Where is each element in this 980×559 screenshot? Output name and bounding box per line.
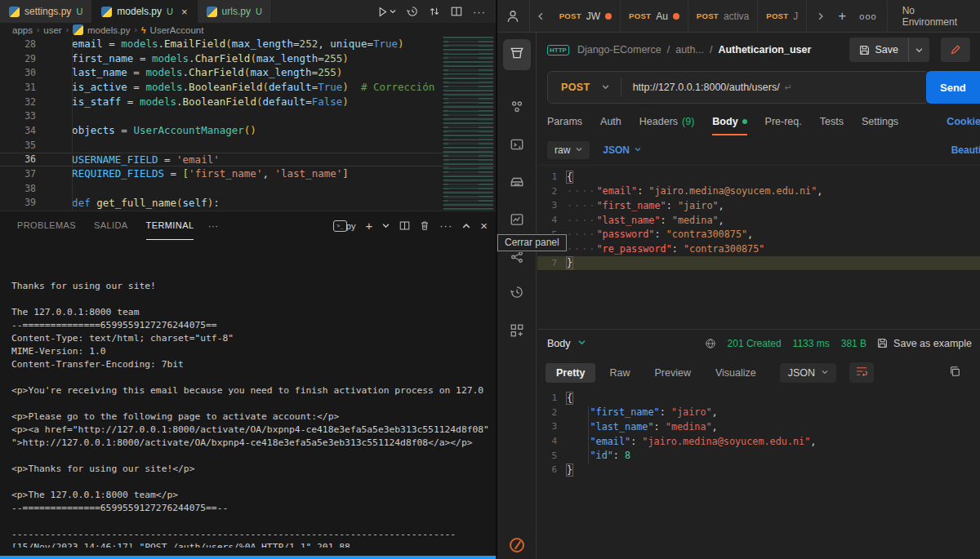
chevron-down-icon[interactable]: [602, 83, 621, 92]
breadcrumb-useraccount[interactable]: UserAccount: [150, 25, 204, 35]
json-line[interactable]: 4 "email": "jairo.medina@soyucem.edu.ni"…: [537, 434, 980, 449]
more-actions-button[interactable]: ···: [473, 6, 486, 18]
panel-more-tabs-button[interactable]: ···: [207, 220, 218, 232]
json-line[interactable]: 6····"re_password": "contra300875": [537, 242, 980, 256]
response-size[interactable]: 381 B: [841, 338, 866, 349]
response-tab-visualize[interactable]: Visualize: [705, 363, 767, 383]
wrap-lines-button[interactable]: [849, 362, 874, 383]
response-tab-pretty[interactable]: Pretty: [546, 363, 595, 383]
code-line[interactable]: 28 email = models.EmailField(max_length=…: [0, 37, 496, 51]
editor-tab-models.py[interactable]: models.pyU×: [92, 0, 197, 23]
response-tab-preview[interactable]: Preview: [644, 363, 701, 383]
breadcrumb[interactable]: apps › user › models.py › ϟ UserAccount: [0, 23, 496, 37]
save-options-button[interactable]: [908, 38, 929, 62]
more-tools-icon[interactable]: [510, 323, 524, 341]
tab-params[interactable]: Params: [547, 108, 582, 135]
compare-changes-button[interactable]: [429, 6, 440, 17]
body-type-selector[interactable]: raw: [547, 141, 590, 159]
split-terminal-icon[interactable]: [399, 220, 410, 231]
collections-icon[interactable]: [503, 39, 531, 70]
code-line[interactable]: 36 USERNAME_FIELD = 'email': [0, 153, 496, 167]
response-language-selector[interactable]: JSON: [780, 363, 836, 383]
code-line[interactable]: 35: [0, 138, 496, 153]
flows-icon[interactable]: [510, 250, 524, 268]
save-button[interactable]: Save: [849, 38, 930, 62]
json-line[interactable]: 7}: [537, 256, 980, 271]
code-line[interactable]: 33: [0, 109, 496, 123]
tab-tests[interactable]: Tests: [820, 108, 844, 135]
panel-tab-problemas[interactable]: PROBLEMAS: [17, 212, 76, 240]
run-python-file-button[interactable]: [377, 7, 396, 17]
response-time[interactable]: 1133 ms: [793, 338, 830, 349]
tab-prereq[interactable]: Pre-req.: [765, 108, 802, 135]
monitors-icon[interactable]: [510, 212, 524, 230]
copy-response-button[interactable]: [949, 366, 960, 379]
json-line[interactable]: 1{: [537, 170, 980, 184]
json-line[interactable]: 6}: [537, 463, 980, 477]
json-line[interactable]: 1{: [537, 391, 980, 406]
breadcrumb-folder[interactable]: auth...: [675, 44, 704, 55]
json-line[interactable]: 3 "last_name": "medina",: [537, 419, 980, 434]
code-line[interactable]: 30 last_name = models.CharField(max_leng…: [0, 65, 496, 80]
request-body-editor[interactable]: 1{2····"email": "jairo.medina@soyucem.ed…: [537, 165, 980, 306]
split-editor-button[interactable]: [451, 6, 462, 17]
response-tab-raw[interactable]: Raw: [599, 363, 640, 383]
terminal-output[interactable]: Thanks for using our site!The 127.0.0.1:…: [11, 254, 496, 548]
json-line[interactable]: 5 "id": 8: [537, 448, 980, 463]
tab-options-button[interactable]: ooo: [859, 11, 876, 21]
method-selector[interactable]: POST: [548, 82, 602, 93]
status-badge[interactable]: 201 Created: [728, 338, 782, 349]
json-line[interactable]: 5····"password": "contra300875",: [537, 227, 980, 242]
json-line[interactable]: 2 "first_name": "jairo",: [537, 406, 980, 420]
json-line[interactable]: 3····"first_name": "jairo",: [537, 198, 980, 213]
code-line[interactable]: 39 def get_full_name(self):: [0, 196, 496, 211]
code-line[interactable]: 31 is_active = models.BooleanField(defau…: [0, 80, 496, 95]
tab-auth[interactable]: Auth: [600, 108, 621, 135]
chevron-down-icon[interactable]: [382, 222, 390, 229]
terminal-profile[interactable]: >_ py: [333, 220, 356, 232]
cookies-link[interactable]: Cookies: [947, 116, 980, 127]
code-line[interactable]: 29 first_name = models.CharField(max_len…: [0, 51, 496, 66]
panel-tab-terminal[interactable]: TERMINAL: [146, 212, 194, 240]
breadcrumb-apps[interactable]: apps: [12, 25, 33, 35]
offline-indicator-icon[interactable]: [510, 538, 524, 552]
send-button[interactable]: Send: [926, 71, 980, 104]
request-breadcrumb[interactable]: Django-EComerce / auth... / Autheticario…: [577, 44, 811, 55]
code-line[interactable]: 34 objects = UserAccountManager(): [0, 123, 496, 138]
response-body-viewer[interactable]: 1{2 "first_name": "jairo",3 "last_name":…: [537, 388, 980, 477]
environments-icon[interactable]: [510, 100, 524, 118]
tab-body[interactable]: Body: [712, 108, 746, 135]
body-language-selector[interactable]: JSON: [603, 144, 641, 156]
breadcrumb-user[interactable]: user: [43, 25, 61, 35]
code-line[interactable]: 37 REQUIRED_FIELDS = ['first_name', 'las…: [0, 166, 496, 181]
chevron-right-icon[interactable]: [817, 12, 825, 20]
request-tab-activa[interactable]: POSTactiva: [688, 0, 758, 32]
minimap[interactable]: [443, 37, 493, 211]
history-icon[interactable]: [510, 285, 524, 303]
breadcrumb-models-py[interactable]: models.py: [87, 25, 130, 35]
new-terminal-button[interactable]: +: [365, 219, 372, 233]
editor-tab-urls.py[interactable]: urls.pyU: [198, 0, 272, 23]
request-tab-Au[interactable]: POSTAu: [621, 0, 688, 32]
account-button[interactable]: [497, 0, 529, 32]
chevron-up-icon[interactable]: [462, 222, 470, 230]
tab-settings[interactable]: Settings: [862, 108, 898, 135]
mock-servers-icon[interactable]: [510, 137, 524, 155]
json-line[interactable]: 2····"email": "jairo.medina@soyucem.edu.…: [537, 184, 980, 199]
request-tab-J[interactable]: POSTJ: [758, 0, 807, 32]
tab-headers[interactable]: Headers(9): [639, 108, 695, 135]
new-tab-button[interactable]: +: [838, 8, 846, 24]
timeline-button[interactable]: [407, 6, 418, 17]
request-name[interactable]: Autheticarion_user: [718, 44, 811, 55]
response-body-selector[interactable]: Body: [547, 338, 571, 349]
trash-icon[interactable]: [420, 220, 430, 231]
environment-selector[interactable]: No Environment: [887, 0, 980, 32]
panel-more-actions-button[interactable]: ···: [439, 220, 452, 232]
code-line[interactable]: 32 is_staff = models.BooleanField(defaul…: [0, 95, 496, 109]
close-panel-button[interactable]: ×: [480, 219, 488, 233]
editor-tab-settings.py[interactable]: settings.pyU: [0, 0, 92, 23]
tab-scroll-left-button[interactable]: [529, 0, 551, 32]
url-input[interactable]: http://127.0.0.1:8000/auth/users/: [621, 82, 785, 93]
apis-icon[interactable]: [510, 175, 524, 193]
json-line[interactable]: 4····"last_name": "medina",: [537, 213, 980, 228]
